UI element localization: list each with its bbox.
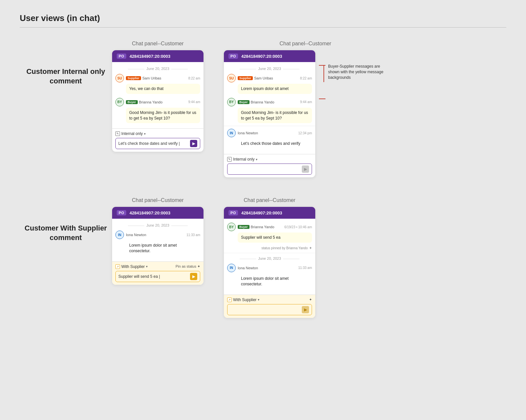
role-badge-supplier: Supplier	[126, 76, 141, 80]
table-row: BY Buyer Brianna Yando 9:44 am Good Morn…	[224, 97, 315, 125]
chat-panel-2: PO 4284184907:20:0003 June 20, 2023 SU S…	[224, 50, 316, 178]
compose-type-row-3[interactable]: ↗ With Supplier ▾ Pin as status ✦	[115, 264, 200, 269]
annotation-vertical-line	[323, 66, 324, 82]
compose-input-3[interactable]: Supplier will send 5 ea |	[118, 274, 190, 279]
sender-group: Buyer Brianna Yando	[238, 100, 298, 104]
message-bubble: Let's check those dates and verify	[238, 139, 312, 149]
annotation-text: Buyer-Supplier messages are shown with t…	[328, 64, 387, 80]
pin-icon: ✦	[309, 246, 312, 250]
annotation-line	[319, 65, 325, 99]
avatar: BY	[115, 98, 124, 106]
compose-input-row-3: Supplier will send 5 ea | ▶	[115, 271, 200, 282]
annotation-wrapper: PO 4284184907:20:0003 June 20, 2023 SU S…	[224, 50, 387, 178]
sender-name: Brianna Yando	[251, 225, 275, 229]
message-bubble: Lorem ipsum dolor sit amet	[238, 84, 312, 94]
send-button-2[interactable]: ▶	[302, 166, 309, 173]
table-row: IN Iona Newton 11:33 am Lorem ipsum dolo…	[112, 229, 203, 257]
compose-type-label-4: With Supplier	[233, 298, 256, 302]
avatar: SU	[227, 74, 236, 82]
send-button-3[interactable]: ▶	[190, 273, 197, 280]
sender-name: Iona Newton	[238, 131, 258, 135]
send-button-1[interactable]: ▶	[190, 140, 197, 147]
date-separator-4: June 20, 2023	[224, 254, 315, 262]
chat-messages-1: June 20, 2023 SU Supplier Sam Uribas 8:2…	[112, 62, 203, 128]
message-time: 9:44 am	[300, 100, 312, 104]
section-label-supplier: Customer With Suppliercomment	[20, 197, 112, 242]
chat-header-id-2: 4284184907:20:0003	[241, 54, 282, 59]
sender-name: Brianna Yando	[251, 100, 275, 104]
panel-label-4: Chat panel--Customer	[244, 197, 295, 203]
compose-input-1[interactable]: Let's check those dates and verify |	[118, 141, 190, 146]
message-meta: SU Supplier Sam Uribas 8:22 am	[115, 74, 200, 82]
role-badge-buyer: Buyer	[238, 100, 250, 104]
message-time: 11:33 am	[186, 233, 200, 237]
compose-type-row-4[interactable]: ↗ With Supplier ▾ ✦	[227, 298, 312, 302]
section-internal-only: Customer Internal onlycomment Chat panel…	[20, 41, 506, 178]
table-row: BY Buyer Brianna Yando 9:44 am Good Morn…	[112, 97, 203, 125]
message-time: 8:22 am	[188, 77, 200, 80]
chat-header-2: PO 4284184907:20:0003	[224, 50, 315, 62]
message-meta: IN Iona Newton 12:34 pm	[227, 129, 312, 137]
chat-panel-3: PO 4284184907:20:0003 June 20, 2023 IN I…	[112, 207, 204, 285]
pin-as-status-icon[interactable]: ✦	[309, 298, 312, 302]
date-separator-2: June 20, 2023	[224, 65, 315, 73]
role-badge-supplier: Supplier	[238, 76, 253, 80]
chat-header-3: PO 4284184907:20:0003	[112, 207, 203, 219]
message-meta: BY Buyer Brianna Yando 6/19/23 • 10:46 a…	[227, 223, 312, 231]
po-badge-2: PO	[228, 54, 238, 59]
panel-label-1: Chat panel--Customer	[132, 41, 183, 47]
annotation-tick-top	[319, 65, 325, 66]
table-row: BY Buyer Brianna Yando 6/19/23 • 10:46 a…	[224, 221, 315, 244]
divider-line	[224, 126, 315, 126]
section-with-supplier: Customer With Suppliercomment Chat panel…	[20, 197, 506, 318]
chevron-down-icon[interactable]: ▾	[144, 132, 146, 136]
panel-column-1: Chat panel--Customer PO 4284184907:20:00…	[112, 41, 204, 152]
compose-input-row-4: ▶	[227, 304, 312, 315]
chevron-down-icon[interactable]: ▾	[258, 298, 259, 301]
sender-group: Supplier Sam Uribas	[126, 76, 186, 80]
panel-column-2: Chat panel--Customer PO 4284184907:20:00…	[224, 41, 387, 178]
table-row: SU Supplier Sam Uribas 8:22 am Yes, we c…	[112, 73, 203, 95]
sender-name: Sam Uribas	[142, 76, 161, 80]
chat-panel-1: PO 4284184907:20:0003 June 20, 2023 SU S…	[112, 50, 204, 152]
panels-area-1: Chat panel--Customer PO 4284184907:20:00…	[112, 41, 387, 178]
message-time: 6/19/23 • 10:46 am	[284, 225, 312, 229]
sender-name: Sam Uribas	[254, 76, 273, 80]
date-separator-3: June 20, 2023	[112, 221, 203, 229]
message-time: 9:44 am	[188, 100, 200, 104]
compose-type-label-3: With Supplier	[121, 264, 145, 269]
compose-area-4: ↗ With Supplier ▾ ✦ ▶	[224, 295, 315, 318]
sender-group: Buyer Brianna Yando	[238, 225, 282, 229]
panel-label-3: Chat panel--Customer	[132, 197, 183, 203]
po-badge-3: PO	[117, 210, 126, 215]
pin-as-status-btn[interactable]: Pin as status ✦	[176, 264, 200, 269]
compose-type-row-2[interactable]: ✎ Internal only ▾	[227, 157, 312, 162]
avatar: SU	[115, 74, 124, 82]
chat-header-id-4: 4284184907:20:0003	[241, 210, 282, 215]
table-row: SU Supplier Sam Uribas 8:22 am Lorem ips…	[224, 73, 315, 95]
compose-type-label-1: Internal only	[121, 131, 143, 136]
chat-header-1: PO 4284184907:20:0003	[112, 50, 203, 62]
chat-panel-4: PO 4284184907:20:0003 BY Buyer Brianna Y…	[224, 207, 316, 318]
message-bubble: Lorem ipsum dolor sit amet consectetur.	[126, 240, 200, 256]
annotation-box: Buyer-Supplier messages are shown with t…	[319, 63, 387, 99]
status-pinned: status pinned by Brianna Yando ✦	[224, 245, 315, 252]
panel-column-4: Chat panel--Customer PO 4284184907:20:00…	[224, 197, 316, 318]
compose-type-row-1[interactable]: ✎ Internal only ▾	[115, 131, 200, 136]
message-bubble: Good Morning Jim- is it possible for us …	[126, 108, 200, 123]
chevron-down-icon[interactable]: ▾	[256, 158, 257, 161]
message-bubble: Yes, we can do that	[126, 84, 200, 94]
avatar: BY	[227, 98, 236, 106]
message-time: 11:33 am	[298, 266, 312, 270]
compose-input-row-1: Let's check those dates and verify | ▶	[115, 138, 200, 149]
chevron-down-icon[interactable]: ▾	[146, 265, 148, 268]
sender-group: Buyer Brianna Yando	[126, 100, 186, 104]
chat-messages-4: BY Buyer Brianna Yando 6/19/23 • 10:46 a…	[224, 219, 315, 294]
compose-type-label-2: Internal only	[233, 157, 254, 162]
chat-messages-3: June 20, 2023 IN Iona Newton 11:33 am Lo…	[112, 219, 203, 261]
avatar: IN	[115, 231, 124, 239]
send-button-4[interactable]: ▶	[302, 306, 309, 313]
compose-area-2: ✎ Internal only ▾ ▶	[224, 154, 315, 177]
message-meta: IN Iona Newton 11:33 am	[227, 264, 312, 272]
table-row: IN Iona Newton 12:34 pm Let's check thos…	[224, 127, 315, 150]
